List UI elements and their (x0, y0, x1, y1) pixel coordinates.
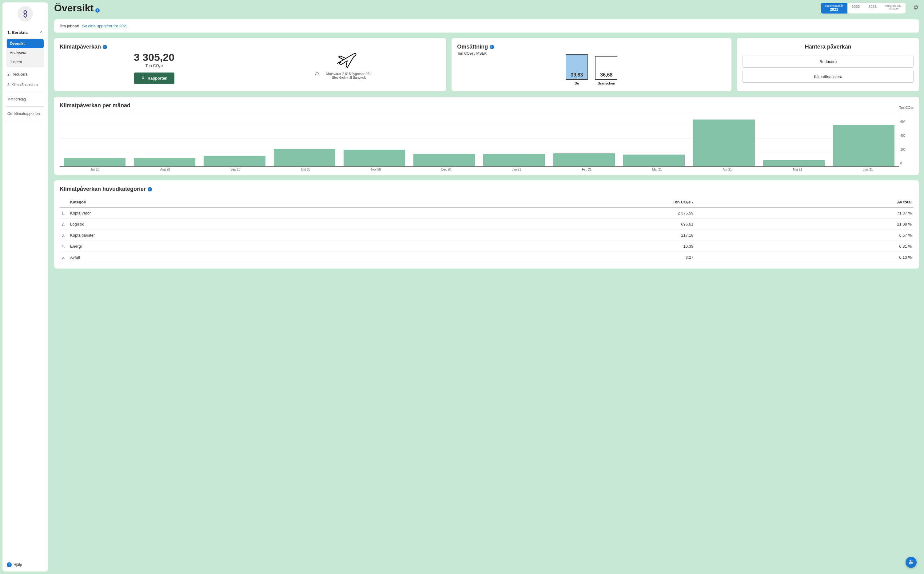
turnover-industry-value: 36,68 (600, 72, 612, 79)
nav-section-calculate[interactable]: 1. Beräkna (6, 28, 44, 37)
row-name: Köpta tjänster (68, 230, 405, 241)
row-idx: 3. (60, 230, 68, 241)
row-pct: 71,87 % (695, 208, 913, 219)
categories-table: Kategori Ton CO₂e▾ Av total 1.Köpta varo… (60, 197, 913, 263)
year-tab-2022[interactable]: 2022 (847, 3, 864, 14)
row-ton: 217,18 (405, 230, 695, 241)
x-label: Jan 21 (486, 168, 547, 171)
sidebar-subitem-1[interactable]: Analysera (7, 48, 44, 57)
table-row[interactable]: 3.Köpta tjänster217,186,57 % (60, 230, 913, 241)
monthly-chart-title: Klimatpåverkan per månad (60, 102, 913, 109)
y-tick: 400 (900, 134, 905, 137)
row-pct: 0,31 % (695, 241, 913, 252)
table-row[interactable]: 4.Energi10,390,31 % (60, 241, 913, 252)
filter-fab[interactable] (905, 557, 917, 568)
row-name: Energi (68, 241, 405, 252)
turnover-bar-you: 39,83 (566, 54, 588, 80)
bar-6 (483, 154, 545, 166)
banner-link[interactable]: Se dina uppgifter för 2021 (82, 24, 128, 28)
info-icon[interactable]: i (490, 45, 494, 49)
info-icon[interactable]: i (95, 8, 100, 13)
row-name: Köpta varor (68, 208, 405, 219)
info-icon[interactable]: i (148, 187, 152, 191)
y-tick: 200 (900, 148, 905, 151)
year-tab-rolling[interactable]: Rullande tolvmånader (881, 3, 905, 14)
sidebar-subitem-2[interactable]: Justera (7, 57, 44, 67)
impact-card: Klimatpåverkan i 3 305,20 Ton CO2e Rappo… (54, 38, 446, 91)
year-tab-2023[interactable]: 2023 (864, 3, 881, 14)
chevron-down-icon: ▾ (692, 201, 693, 204)
bar-2 (204, 156, 265, 166)
banner-prefix: Bra jobbat! (60, 24, 79, 28)
sidebar-item-1[interactable]: 3. Klimatfinansiera (6, 80, 44, 90)
categories-card: Klimatpåverkan huvudkategorier i Kategor… (54, 180, 919, 268)
col-total[interactable]: Av total (695, 197, 913, 208)
reduce-button[interactable]: Reducera (742, 56, 913, 68)
page-title: Översikt (54, 2, 93, 14)
y-tick: 800 (900, 106, 905, 110)
row-idx: 5. (60, 252, 68, 263)
row-ton: 2 375,59 (405, 208, 695, 219)
download-report-button[interactable]: Rapporten (134, 73, 174, 84)
x-label: Feb 21 (556, 168, 618, 171)
help-label: Hjälp (14, 563, 22, 567)
report-button-label: Rapporten (148, 76, 168, 80)
bar-0 (64, 158, 125, 166)
col-ton[interactable]: Ton CO₂e▾ (405, 197, 695, 208)
bar-8 (623, 155, 685, 166)
nav-section-label: 1. Beräkna (7, 30, 28, 35)
categories-title: Klimatpåverkan huvudkategorier (60, 186, 146, 192)
col-category[interactable]: Kategori (68, 197, 405, 208)
gear-icon[interactable] (913, 4, 919, 12)
bar-10 (763, 160, 825, 166)
table-row[interactable]: 5.Avfall3,270,10 % (60, 252, 913, 263)
year-tab-2021[interactable]: Räkenskapsår2021 (821, 3, 847, 14)
svg-point-1 (910, 560, 911, 561)
x-label: Juli 20 (64, 168, 126, 171)
x-label: Dec 20 (415, 168, 477, 171)
row-pct: 21,08 % (695, 219, 913, 230)
climate-finance-button[interactable]: Klimatfinansiera (742, 71, 913, 83)
table-row[interactable]: 1.Köpta varor2 375,5971,87 % (60, 208, 913, 219)
x-label: Mar 21 (626, 168, 688, 171)
row-name: Avfall (68, 252, 405, 263)
sidebar-subitem-0[interactable]: Översikt (7, 39, 44, 48)
row-idx: 1. (60, 208, 68, 219)
sidebar-item-0[interactable]: 2. Reducera (6, 69, 44, 80)
row-pct: 0,10 % (695, 252, 913, 263)
row-ton: 696,61 (405, 219, 695, 230)
y-tick: 600 (900, 120, 905, 123)
year-tabs: Räkenskapsår202120222023Rullande tolvmån… (821, 3, 905, 14)
monthly-chart-card: Klimatpåverkan per månad Ton CO₂e 020040… (54, 97, 919, 175)
x-label: Apr 21 (696, 168, 758, 171)
row-ton: 3,27 (405, 252, 695, 263)
turnover-you-label: Du (574, 81, 579, 85)
svg-point-3 (911, 562, 912, 563)
impact-title: Klimatpåverkan (60, 44, 101, 50)
help-link[interactable]: ? Hjälp (7, 562, 22, 567)
refresh-icon (315, 72, 319, 76)
turnover-title: Omsättning (457, 44, 488, 50)
sidebar-extra-1[interactable]: Om klimatrapporten (6, 109, 44, 119)
row-pct: 6,57 % (695, 230, 913, 241)
info-icon[interactable]: i (103, 45, 107, 49)
help-icon: ? (7, 562, 12, 567)
row-name: Logistik (68, 219, 405, 230)
manage-card: Hantera påverkan Reducera Klimatfinansie… (737, 38, 919, 91)
impact-equivalent: Motsvarar 2 015 flygresor från Stockholm… (321, 72, 377, 79)
impact-unit: Ton CO2e (60, 63, 248, 69)
impact-value: 3 305,20 (60, 51, 248, 63)
turnover-you-value: 39,83 (571, 72, 583, 79)
airplane-icon (334, 50, 358, 70)
table-row[interactable]: 2.Logistik696,6121,08 % (60, 219, 913, 230)
sidebar: 1. Beräkna ÖversiktAnalyseraJustera 2. R… (2, 2, 48, 572)
info-banner: Bra jobbat! Se dina uppgifter för 2021 (54, 19, 919, 33)
x-label: Sep 20 (204, 168, 266, 171)
sidebar-extra-0[interactable]: Mitt företag (6, 94, 44, 104)
x-label: Nov 20 (345, 168, 407, 171)
row-ton: 10,39 (405, 241, 695, 252)
turnover-card: Omsättning i Ton CO₂e / MSEK 39,83 Du 36… (451, 38, 731, 91)
svg-point-5 (910, 563, 910, 564)
y-tick: 0 (900, 162, 902, 165)
chevron-up-icon (40, 30, 43, 35)
